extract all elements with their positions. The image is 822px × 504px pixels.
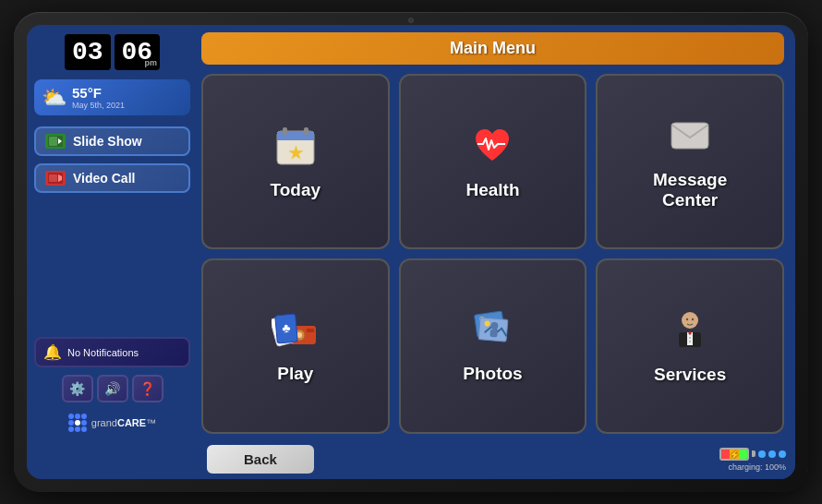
slide-show-button[interactable]: Slide Show: [34, 126, 190, 156]
play-label: Play: [277, 364, 313, 384]
svg-rect-8: [277, 137, 314, 140]
logo-dot: [81, 426, 87, 432]
svg-rect-16: [307, 329, 314, 332]
no-notifications-label: No Notifications: [67, 347, 139, 358]
clock-hours: 03: [65, 34, 111, 70]
slide-show-icon: [45, 134, 66, 149]
video-call-icon: [45, 171, 66, 186]
notifications-area: 🔔 No Notifications ⚙️ 🔊 ❓: [34, 337, 190, 432]
health-label: Health: [465, 180, 519, 200]
today-label: Today: [271, 180, 321, 200]
svg-rect-10: [304, 127, 308, 135]
battery-icon: ⚡: [719, 448, 786, 461]
svg-point-33: [689, 341, 691, 342]
tile-photos[interactable]: Photos: [399, 258, 587, 434]
weather-icon: ⛅: [42, 86, 66, 110]
sidebar: 03 06 pm ⛅ 55°F May 5th, 2021: [27, 25, 198, 441]
svg-rect-12: [671, 123, 708, 149]
battery-area: ⚡ charging: 100%: [719, 448, 786, 472]
health-icon: [470, 124, 514, 174]
volume-icon: 🔊: [104, 381, 120, 396]
services-icon: [668, 308, 712, 359]
video-call-label: Video Call: [73, 171, 135, 186]
message-center-label: Message Center: [653, 170, 727, 210]
battery-bolt: ⚡: [729, 449, 740, 459]
weather-widget: ⛅ 55°F May 5th, 2021: [34, 79, 190, 115]
clock-minutes: 06 pm: [115, 34, 161, 70]
logo-dots: [68, 414, 87, 432]
tile-message-center[interactable]: Message Center: [596, 74, 784, 249]
settings-button[interactable]: ⚙️: [62, 375, 93, 402]
notifications-button[interactable]: 🔔 No Notifications: [34, 337, 190, 367]
logo-dot-center: [75, 420, 80, 426]
svg-rect-9: [283, 127, 287, 135]
play-icon: ♣: [272, 309, 320, 358]
services-label: Services: [654, 365, 726, 385]
svg-text:★: ★: [288, 144, 304, 162]
screen: 03 06 pm ⛅ 55°F May 5th, 2021: [27, 25, 795, 479]
svg-text:♣: ♣: [281, 319, 291, 335]
wifi-dots: [758, 450, 786, 458]
logo-dot: [68, 426, 74, 432]
slide-show-label: Slide Show: [73, 134, 142, 149]
volume-button[interactable]: 🔊: [97, 375, 128, 402]
weather-date: May 5th, 2021: [72, 101, 125, 110]
svg-point-26: [682, 312, 698, 329]
svg-point-28: [692, 318, 694, 319]
logo-dot: [75, 414, 80, 419]
svg-rect-25: [490, 329, 499, 337]
battery-tip: [752, 450, 756, 457]
battery-body: ⚡: [719, 448, 749, 461]
svg-rect-1: [49, 137, 57, 146]
back-button[interactable]: Back: [207, 445, 314, 474]
main-area: Main Menu ★: [198, 25, 795, 441]
bottom-bar: Back ⚡ charging: 100%: [27, 441, 795, 479]
tile-health[interactable]: Health: [399, 74, 587, 249]
clock-widget: 03 06 pm: [65, 34, 160, 70]
logo-dot: [75, 426, 80, 432]
battery-text: charging: 100%: [728, 462, 786, 472]
wifi-dot: [758, 450, 766, 458]
tile-today[interactable]: ★ Today: [201, 74, 390, 249]
bottom-icons: ⚙️ 🔊 ❓: [62, 375, 163, 402]
battery-seg-3: [739, 450, 747, 459]
photos-icon: [468, 309, 516, 358]
help-icon: ❓: [139, 381, 155, 396]
menu-title: Main Menu: [201, 32, 784, 65]
logo-dot: [81, 414, 87, 419]
svg-point-27: [686, 318, 688, 319]
video-call-button[interactable]: Video Call: [34, 163, 190, 193]
logo-text: grandCARE™: [91, 417, 156, 428]
svg-rect-4: [49, 174, 57, 182]
wifi-dot: [768, 450, 776, 458]
grandcare-logo: grandCARE™: [68, 410, 156, 432]
menu-grid: ★ Today Health: [201, 74, 784, 434]
logo-dot: [81, 420, 87, 426]
svg-point-32: [689, 337, 691, 339]
tile-services[interactable]: Services: [596, 258, 784, 434]
logo-dot: [68, 420, 74, 426]
today-icon: ★: [273, 124, 318, 174]
settings-icon: ⚙️: [69, 381, 85, 396]
help-button[interactable]: ❓: [132, 375, 163, 402]
bell-icon: 🔔: [43, 343, 62, 361]
photos-label: Photos: [463, 364, 522, 384]
tile-play[interactable]: ♣ Play: [201, 258, 390, 434]
camera-dot: [408, 18, 414, 23]
clock-ampm: pm: [145, 58, 158, 67]
wifi-dot: [779, 450, 786, 458]
device-shell: 03 06 pm ⛅ 55°F May 5th, 2021: [14, 12, 808, 492]
logo-dot: [68, 414, 74, 419]
message-center-icon: [668, 114, 712, 164]
weather-temp: 55°F: [72, 85, 125, 101]
main-content: 03 06 pm ⛅ 55°F May 5th, 2021: [27, 25, 795, 441]
